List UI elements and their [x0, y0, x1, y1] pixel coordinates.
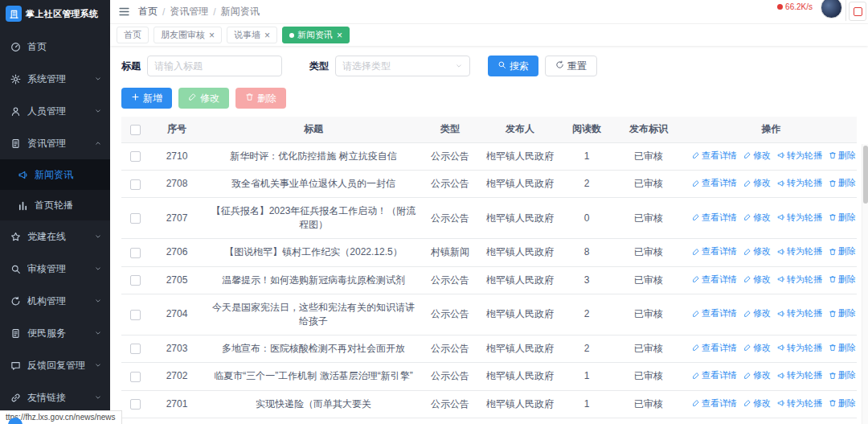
- sidebar-item-feedback[interactable]: 反馈回复管理: [0, 349, 110, 381]
- view-details-link[interactable]: 查看详情: [692, 397, 737, 410]
- table-row: 2701实现快递险（而单其大要关公示公告枹罕镇人民政府1已审核查看详情修改转为轮…: [121, 390, 857, 418]
- delete-link[interactable]: 删除: [829, 369, 856, 381]
- building-icon: [6, 6, 22, 22]
- to-carousel-link[interactable]: 转为轮播: [777, 397, 822, 410]
- sidebar-item-news[interactable]: 新闻资讯: [0, 159, 110, 190]
- to-carousel-link[interactable]: 转为轮播: [777, 274, 822, 286]
- sidebar-item-system[interactable]: 系统管理: [0, 63, 110, 95]
- trash-icon: [829, 344, 837, 352]
- delete-link[interactable]: 删除: [829, 212, 856, 224]
- tab-moments-audit[interactable]: 朋友圈审核×: [154, 27, 222, 43]
- cell-ops: 查看详情修改转为轮播删除: [686, 239, 857, 266]
- view-details-link[interactable]: 查看详情: [692, 212, 737, 224]
- sidebar-item-services[interactable]: 便民服务: [0, 317, 110, 349]
- edit-link[interactable]: 修改: [743, 274, 771, 286]
- add-button[interactable]: 新增: [121, 88, 172, 109]
- cell-reads: 3: [562, 266, 612, 294]
- view-details-link[interactable]: 查看详情: [692, 150, 737, 162]
- view-details-link[interactable]: 查看详情: [692, 177, 737, 189]
- cell-status: 已审核: [612, 266, 686, 294]
- view-details-link[interactable]: 查看详情: [692, 274, 737, 286]
- close-icon[interactable]: ×: [337, 31, 342, 40]
- tab-home[interactable]: 首页: [117, 27, 149, 43]
- sidebar-collapse-button[interactable]: [118, 6, 130, 18]
- edit-link[interactable]: 修改: [743, 177, 771, 189]
- row-checkbox[interactable]: [130, 372, 141, 382]
- row-checkbox[interactable]: [130, 344, 141, 354]
- select-all-checkbox[interactable]: [130, 125, 141, 135]
- breadcrumb-section[interactable]: 资讯管理: [170, 5, 208, 19]
- edit-link[interactable]: 修改: [743, 307, 771, 319]
- delete-link[interactable]: 删除: [829, 274, 856, 286]
- cell-reads: 2: [562, 335, 612, 362]
- sidebar-item-links[interactable]: 友情链接: [0, 381, 110, 414]
- trash-icon: [829, 213, 837, 221]
- to-carousel-link[interactable]: 转为轮播: [777, 369, 822, 381]
- app-title: 掌上社区管理系统: [26, 8, 98, 20]
- cell-type: 公示公告: [422, 294, 478, 335]
- edit-link[interactable]: 修改: [743, 245, 771, 257]
- close-icon[interactable]: ×: [264, 31, 270, 40]
- breadcrumb-home[interactable]: 首页: [138, 5, 158, 19]
- edit-link[interactable]: 修改: [743, 150, 771, 162]
- row-checkbox[interactable]: [130, 151, 141, 162]
- edit-icon: [743, 310, 751, 318]
- title-filter-input[interactable]: [147, 56, 282, 76]
- row-checkbox[interactable]: [130, 399, 141, 410]
- view-details-link[interactable]: 查看详情: [692, 369, 737, 381]
- delete-link[interactable]: 删除: [829, 342, 856, 354]
- cell-status: 已审核: [612, 294, 686, 335]
- to-carousel-link[interactable]: 转为轮播: [777, 150, 822, 162]
- delete-link[interactable]: 删除: [829, 307, 856, 319]
- row-checkbox[interactable]: [130, 248, 141, 258]
- close-icon[interactable]: ×: [209, 31, 215, 40]
- edit-link[interactable]: 修改: [743, 397, 771, 410]
- status-url: ttps://fhz.lxs.gov.cn/news/news: [6, 413, 116, 422]
- edit-button[interactable]: 修改: [178, 88, 229, 109]
- row-checkbox[interactable]: [130, 275, 141, 286]
- sidebar-item-personnel[interactable]: 人员管理: [0, 95, 110, 127]
- edit-link[interactable]: 修改: [743, 212, 771, 224]
- cell-publisher: 枹罕镇人民政府: [478, 142, 562, 170]
- trash-icon: [245, 93, 254, 104]
- delete-link[interactable]: 删除: [829, 245, 856, 257]
- row-checkbox[interactable]: [130, 213, 141, 224]
- to-carousel-link[interactable]: 转为轮播: [777, 212, 822, 224]
- edit-icon: [743, 372, 751, 380]
- sidebar-item-party[interactable]: 党建在线: [0, 220, 110, 253]
- delete-link[interactable]: 删除: [829, 150, 856, 162]
- to-carousel-link[interactable]: 转为轮播: [777, 245, 822, 257]
- extension-widget[interactable]: [849, 2, 866, 21]
- type-filter-select[interactable]: 请选择类型: [335, 56, 470, 76]
- sidebar-item-home[interactable]: 首页: [0, 31, 110, 63]
- delete-link[interactable]: 删除: [829, 397, 856, 410]
- search-button[interactable]: 搜索: [488, 56, 538, 76]
- edit-link[interactable]: 修改: [743, 369, 771, 381]
- reset-button[interactable]: 重置: [545, 56, 597, 76]
- edit-link[interactable]: 修改: [743, 342, 771, 354]
- to-carousel-link[interactable]: 转为轮播: [777, 177, 822, 189]
- edit-icon: [692, 179, 700, 187]
- sidebar-item-label: 新闻资讯: [35, 168, 102, 182]
- view-details-link[interactable]: 查看详情: [692, 245, 737, 257]
- sidebar-item-carousel[interactable]: 首页轮播: [0, 190, 110, 220]
- sidebar-item-audit[interactable]: 审核管理: [0, 253, 110, 285]
- tab-talk-wall[interactable]: 说事墙×: [227, 27, 277, 43]
- view-details-link[interactable]: 查看详情: [692, 307, 737, 319]
- table-scrollbar[interactable]: [862, 144, 868, 424]
- breadcrumb-separator: /: [162, 6, 165, 18]
- delete-link[interactable]: 删除: [829, 177, 856, 189]
- row-checkbox[interactable]: [130, 310, 141, 320]
- column-header-status: 发布标识: [612, 117, 686, 142]
- to-carousel-link[interactable]: 转为轮播: [777, 342, 822, 354]
- tab-news[interactable]: 新闻资讯×: [282, 27, 350, 43]
- sidebar-item-organization[interactable]: 机构管理: [0, 285, 110, 317]
- delete-button[interactable]: 删除: [235, 88, 286, 109]
- cell-title: 今天是国家宪法日，这些和宪法有关的知识请讲给孩子: [205, 294, 422, 335]
- row-checkbox[interactable]: [130, 179, 141, 190]
- sidebar-item-info[interactable]: 资讯管理: [0, 127, 110, 159]
- to-carousel-link[interactable]: 转为轮播: [777, 307, 822, 319]
- app-logo: 掌上社区管理系统: [0, 0, 110, 27]
- scrollbar-thumb[interactable]: [863, 146, 868, 204]
- view-details-link[interactable]: 查看详情: [692, 342, 737, 354]
